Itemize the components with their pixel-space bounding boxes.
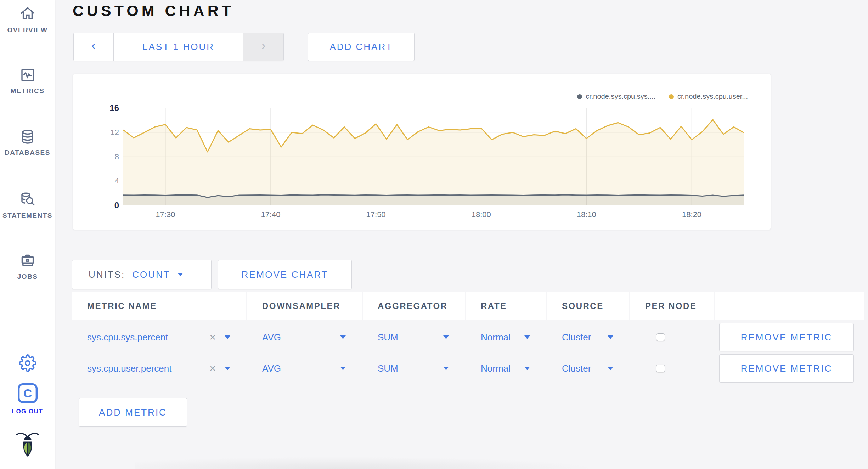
per-node-cell bbox=[630, 322, 714, 353]
logout-label: LOG OUT bbox=[0, 408, 55, 415]
cockroachdb-logo bbox=[0, 430, 55, 460]
sidebar-item-statements[interactable]: STATEMENTS bbox=[0, 191, 55, 220]
aggregator-select[interactable]: SUM bbox=[378, 332, 398, 343]
sidebar-item-settings[interactable] bbox=[0, 354, 55, 372]
caret-down-icon[interactable] bbox=[340, 367, 346, 370]
chart-plot-area bbox=[123, 108, 744, 205]
sidebar-item-logout[interactable]: C LOG OUT bbox=[0, 382, 55, 415]
metrics-icon bbox=[0, 67, 55, 84]
bottom-shadow bbox=[135, 453, 716, 469]
caret-down-icon[interactable] bbox=[524, 367, 530, 370]
per-node-checkbox[interactable] bbox=[656, 365, 665, 372]
caret-down-icon[interactable] bbox=[524, 335, 530, 339]
column-header-per-node: PER NODE bbox=[630, 292, 714, 320]
logout-c-icon: C bbox=[0, 382, 55, 405]
sidebar-item-label: OVERVIEW bbox=[0, 26, 55, 34]
legend-label-sys: cr.node.sys.cpu.sys.... bbox=[586, 92, 655, 101]
source-select[interactable]: Cluster bbox=[562, 363, 591, 374]
x-axis-tick: 17:30 bbox=[156, 210, 175, 219]
x-axis-tick: 17:50 bbox=[366, 210, 386, 219]
chart-legend: cr.node.sys.cpu.sys.... cr.node.sys.cpu.… bbox=[577, 92, 748, 101]
jobs-icon bbox=[0, 252, 55, 269]
caret-down-icon[interactable] bbox=[225, 335, 230, 339]
source-cell: Cluster bbox=[547, 322, 629, 353]
y-axis-tick: 8 bbox=[73, 152, 119, 162]
caret-down-icon bbox=[177, 273, 183, 276]
sidebar-item-databases[interactable]: DATABASES bbox=[0, 128, 55, 157]
per-node-checkbox[interactable] bbox=[656, 333, 665, 341]
rate-select[interactable]: Normal bbox=[481, 363, 511, 374]
units-dropdown[interactable]: UNITS: COUNT bbox=[72, 260, 212, 289]
metric-name-value[interactable]: sys.cpu.user.percent bbox=[87, 363, 171, 374]
sidebar: OVERVIEW METRICS DATABASES bbox=[0, 0, 55, 469]
add-metric-button[interactable]: ADD METRIC bbox=[79, 398, 187, 427]
source-select[interactable]: Cluster bbox=[562, 332, 591, 343]
legend-dot-user bbox=[669, 94, 674, 99]
caret-down-icon[interactable] bbox=[340, 335, 346, 339]
y-axis-labels: 1612840 bbox=[73, 74, 119, 230]
aggregator-cell: SUM bbox=[363, 353, 465, 384]
metric-row: sys.cpu.sys.percent × AVG SUM Normal Clu… bbox=[0, 322, 868, 353]
statements-icon bbox=[0, 191, 55, 208]
time-range-selector: ‹ LAST 1 HOUR › bbox=[73, 33, 284, 61]
per-node-cell bbox=[630, 353, 714, 384]
metrics-table-header: METRIC NAME DOWNSAMPLER AGGREGATOR RATE … bbox=[0, 292, 868, 320]
rate-cell: Normal bbox=[466, 322, 546, 353]
sidebar-item-label: JOBS bbox=[0, 273, 55, 281]
cockroach-bug-icon bbox=[0, 430, 55, 460]
database-icon bbox=[0, 128, 55, 145]
remove-metric-button[interactable]: REMOVE METRIC bbox=[719, 323, 854, 351]
home-icon bbox=[0, 6, 55, 23]
gear-icon bbox=[0, 354, 55, 372]
aggregator-select[interactable]: SUM bbox=[378, 363, 398, 374]
y-axis-tick: 12 bbox=[73, 128, 119, 137]
clear-metric-icon[interactable]: × bbox=[209, 363, 216, 374]
caret-down-icon[interactable] bbox=[608, 367, 613, 370]
sidebar-item-label: DATABASES bbox=[0, 149, 55, 157]
rate-select[interactable]: Normal bbox=[481, 332, 511, 343]
legend-dot-sys bbox=[577, 94, 582, 99]
add-chart-button[interactable]: ADD CHART bbox=[308, 33, 415, 61]
chevron-left-icon: ‹ bbox=[91, 39, 96, 54]
time-range-prev-button[interactable]: ‹ bbox=[74, 33, 113, 61]
metric-name-cell: sys.cpu.user.percent × bbox=[72, 353, 246, 384]
x-axis-tick: 18:10 bbox=[577, 210, 596, 219]
metric-name-cell: sys.cpu.sys.percent × bbox=[72, 322, 246, 353]
downsampler-select[interactable]: AVG bbox=[262, 332, 281, 343]
caret-down-icon[interactable] bbox=[443, 367, 449, 370]
y-axis-tick: 4 bbox=[73, 176, 119, 186]
actions-cell: REMOVE METRIC bbox=[715, 322, 864, 353]
sidebar-item-label: STATEMENTS bbox=[0, 212, 55, 220]
time-range-next-button[interactable]: › bbox=[243, 33, 283, 61]
sidebar-item-jobs[interactable]: JOBS bbox=[0, 252, 55, 281]
caret-down-icon[interactable] bbox=[608, 335, 613, 339]
legend-label-user: cr.node.sys.cpu.user... bbox=[677, 92, 748, 101]
sidebar-item-overview[interactable]: OVERVIEW bbox=[0, 6, 55, 34]
rate-cell: Normal bbox=[466, 353, 546, 384]
chevron-right-icon: › bbox=[261, 39, 266, 54]
page-title: CUSTOM CHART bbox=[73, 2, 234, 19]
downsampler-cell: AVG bbox=[247, 353, 362, 384]
sidebar-item-metrics[interactable]: METRICS bbox=[0, 67, 55, 95]
svg-text:C: C bbox=[23, 387, 32, 400]
x-axis-tick: 18:00 bbox=[472, 210, 491, 219]
y-axis-tick: 0 bbox=[73, 200, 119, 210]
legend-item-sys[interactable]: cr.node.sys.cpu.sys.... bbox=[577, 92, 655, 101]
caret-down-icon[interactable] bbox=[443, 335, 449, 339]
downsampler-select[interactable]: AVG bbox=[262, 363, 281, 374]
downsampler-cell: AVG bbox=[247, 322, 362, 353]
y-axis-tick: 16 bbox=[73, 103, 119, 113]
legend-item-user[interactable]: cr.node.sys.cpu.user... bbox=[669, 92, 748, 101]
caret-down-icon[interactable] bbox=[225, 367, 230, 370]
column-header-rate: RATE bbox=[466, 292, 546, 320]
time-range-label[interactable]: LAST 1 HOUR bbox=[113, 33, 243, 61]
column-header-metric-name: METRIC NAME bbox=[72, 292, 246, 320]
aggregator-cell: SUM bbox=[363, 322, 465, 353]
remove-metric-button[interactable]: REMOVE METRIC bbox=[719, 354, 854, 383]
column-header-source: SOURCE bbox=[547, 292, 629, 320]
source-cell: Cluster bbox=[547, 353, 629, 384]
remove-chart-button[interactable]: REMOVE CHART bbox=[218, 260, 352, 289]
clear-metric-icon[interactable]: × bbox=[209, 332, 216, 343]
column-header-actions bbox=[715, 292, 864, 320]
metric-name-value[interactable]: sys.cpu.sys.percent bbox=[87, 332, 168, 343]
